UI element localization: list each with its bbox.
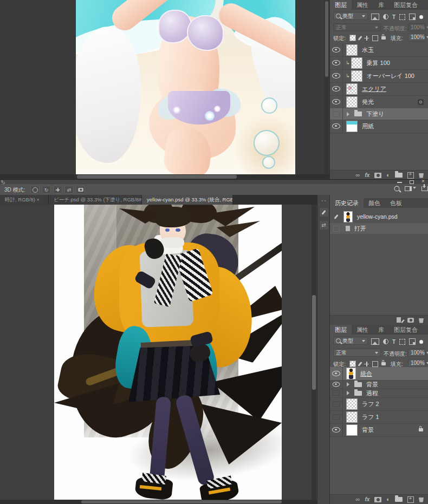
layer-name[interactable]: 用紙 [362, 122, 374, 130]
adjustment-layer-icon[interactable]: ◐ [386, 496, 390, 502]
link-layers-icon[interactable]: ∞ [356, 172, 360, 178]
layer-effects-badge-icon[interactable] [418, 99, 424, 105]
layer-group-row[interactable]: 下塗り [330, 108, 428, 120]
history-brush-source-toggle[interactable] [330, 210, 342, 223]
blend-mode-select[interactable]: 正常 [333, 23, 381, 31]
dock-grip[interactable] [317, 195, 330, 202]
visibility-toggle[interactable] [330, 95, 343, 108]
filter-shape-layers-icon[interactable] [399, 14, 405, 20]
opacity-value-field[interactable]: 100% [408, 23, 426, 31]
lock-all-icon[interactable] [381, 36, 386, 40]
tab-layer-comps[interactable]: 图层复合 [389, 0, 423, 10]
lock-move-icon[interactable] [364, 36, 369, 41]
visibility-toggle[interactable] [330, 82, 343, 95]
3d-roll-icon[interactable]: ↻ [42, 186, 51, 194]
scrollbar-thumb[interactable] [77, 175, 237, 179]
document-tab[interactable]: 時計, RGB/8) × [0, 195, 49, 205]
visibility-toggle[interactable] [330, 397, 343, 410]
scrollbar-thumb[interactable] [81, 500, 282, 503]
group-collapse-arrow-icon[interactable] [347, 112, 352, 116]
3d-zoom-icon[interactable] [76, 186, 85, 194]
tab-library[interactable]: 库 [373, 0, 389, 10]
layer-group-row[interactable]: 過程 [330, 389, 428, 398]
scrollbar-thumb[interactable] [312, 295, 316, 390]
layer-name[interactable]: 水玉 [362, 46, 374, 54]
horizontal-scrollbar[interactable] [0, 174, 329, 179]
vertical-scrollbar[interactable] [325, 0, 329, 174]
layer-row[interactable]: ↳ オーバーレイ 100 [330, 69, 428, 83]
filter-smart-objects-icon[interactable] [409, 338, 416, 345]
lock-artboard-icon[interactable] [372, 361, 378, 367]
tab-properties[interactable]: 属性 [352, 325, 373, 335]
visibility-toggle[interactable] [330, 367, 343, 380]
layer-row[interactable]: ラフ 1 [330, 410, 428, 424]
lock-transparency-icon[interactable] [349, 35, 356, 41]
layer-name[interactable]: オーバーレイ 100 [367, 72, 414, 80]
opacity-value-field[interactable]: 100% [408, 349, 426, 357]
layer-row[interactable]: 背景 [330, 423, 428, 437]
blend-mode-select[interactable]: 正常 [333, 349, 381, 357]
swap-arrows-panel-icon[interactable]: ⇄ [320, 221, 328, 230]
lock-all-icon[interactable] [381, 362, 386, 365]
3d-slide-icon[interactable]: ⇄ [64, 186, 74, 194]
document-canvas-beach[interactable] [0, 0, 329, 174]
lock-transparency-icon[interactable] [349, 361, 356, 367]
filter-pixel-layers-icon[interactable] [371, 14, 379, 20]
history-state-row[interactable]: 打开 [330, 223, 428, 234]
lock-paint-icon[interactable] [358, 36, 362, 41]
filter-smart-objects-icon[interactable] [409, 14, 416, 20]
document-tab[interactable]: ビーチ.psd @ 33.3% (下塗り, RGB/8#) × [49, 195, 142, 205]
history-state-name[interactable]: 打开 [354, 225, 366, 233]
workspace-icon[interactable] [405, 186, 412, 191]
adjustment-layer-icon[interactable]: ◐ [386, 172, 390, 178]
group-collapse-arrow-icon[interactable] [347, 391, 352, 395]
lock-move-icon[interactable] [364, 362, 369, 366]
delete-layer-icon[interactable] [419, 173, 424, 178]
tab-layers[interactable]: 图层 [330, 325, 352, 335]
add-mask-icon[interactable] [374, 173, 381, 178]
group-collapse-arrow-icon[interactable] [347, 382, 352, 387]
filter-type-layers-icon[interactable]: T [392, 14, 395, 20]
layer-style-icon[interactable]: fx [365, 172, 369, 178]
filter-adjustment-layers-icon[interactable] [383, 14, 388, 19]
3d-orbit-icon[interactable] [30, 186, 40, 194]
layer-name[interactable]: エクリア [362, 85, 386, 93]
layer-name[interactable]: 発光 [362, 98, 374, 106]
layer-group-row[interactable]: 背景 [330, 380, 428, 389]
scrollbar-thumb[interactable] [325, 1, 328, 77]
fill-value-field[interactable]: 100% [408, 359, 426, 367]
layer-row[interactable]: ラフ 2 [330, 397, 428, 411]
visibility-toggle[interactable] [330, 410, 343, 423]
layer-row[interactable]: 発光 [330, 95, 428, 109]
layer-name[interactable]: 統合 [360, 370, 372, 378]
layer-name[interactable]: 背景 [366, 381, 378, 389]
tab-history[interactable]: 历史记录 [330, 198, 364, 208]
layer-row[interactable]: 用紙 [330, 120, 428, 133]
new-document-from-state-icon[interactable] [397, 317, 403, 323]
restore-button[interactable] [410, 180, 414, 184]
filter-shape-layers-icon[interactable] [399, 339, 405, 345]
share-icon[interactable] [421, 186, 428, 191]
layer-name[interactable]: ラフ 1 [362, 413, 379, 421]
3d-pan-icon[interactable] [53, 186, 62, 194]
tab-color[interactable]: 颜色 [364, 198, 385, 208]
lock-paint-icon[interactable] [358, 362, 362, 366]
delete-state-icon[interactable] [419, 318, 424, 323]
filter-adjustment-layers-icon[interactable] [383, 339, 388, 344]
new-group-icon[interactable] [395, 173, 403, 178]
filter-toggle-icon[interactable] [419, 340, 423, 344]
visibility-toggle[interactable] [330, 69, 343, 82]
new-group-icon[interactable] [395, 497, 403, 502]
visibility-toggle[interactable] [330, 389, 343, 397]
layer-filter-type-select[interactable]: 类型 [333, 12, 368, 20]
delete-layer-icon[interactable] [419, 497, 424, 502]
history-snapshot-row[interactable]: yellow-cyan.psd [330, 210, 428, 223]
layer-row[interactable]: ↳ 乗算 100 [330, 56, 428, 70]
layer-row[interactable]: 水玉 [330, 43, 428, 57]
layer-row[interactable]: エクリア [330, 82, 428, 96]
tab-properties[interactable]: 属性 [352, 0, 373, 10]
tab-library[interactable]: 库 [373, 325, 389, 335]
fill-value-field[interactable]: 100% [408, 33, 426, 41]
new-layer-icon[interactable] [407, 172, 414, 179]
history-brush-source-well[interactable] [330, 223, 342, 234]
